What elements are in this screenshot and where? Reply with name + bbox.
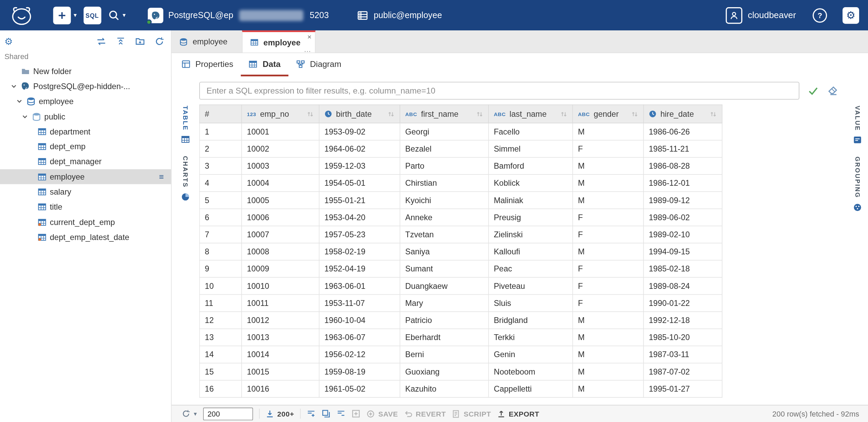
cell-hire_date[interactable]: 1992-12-18 <box>643 312 722 329</box>
cell-hire_date[interactable]: 1987-07-02 <box>643 363 722 380</box>
cell-first_name[interactable]: Anneke <box>400 209 488 226</box>
cell-gender[interactable]: M <box>573 123 643 140</box>
row-number[interactable]: 5 <box>200 192 242 209</box>
fetch-more-button[interactable]: 200+ <box>266 410 294 418</box>
duplicate-row-button[interactable] <box>322 409 331 418</box>
column-header-gender[interactable]: ABCgender <box>573 105 643 123</box>
cell-emp_no[interactable]: 10012 <box>242 312 319 329</box>
cell-emp_no[interactable]: 10008 <box>242 243 319 260</box>
row-limit-input[interactable] <box>203 407 253 420</box>
auto-refresh-button[interactable]: ▾ <box>181 409 197 418</box>
cell-hire_date[interactable]: 1989-02-10 <box>643 226 722 243</box>
cell-last_name[interactable]: Simmel <box>489 140 573 157</box>
tree-item-dept_manager[interactable]: dept_manager <box>0 154 171 169</box>
cell-last_name[interactable]: Preusig <box>489 209 573 226</box>
caret-expanded-icon[interactable] <box>10 84 17 89</box>
cell-emp_no[interactable]: 10005 <box>242 192 319 209</box>
cell-last_name[interactable]: Sluis <box>489 295 573 312</box>
row-number[interactable]: 12 <box>200 312 242 329</box>
cell-first_name[interactable]: Tzvetan <box>400 226 488 243</box>
cell-birth_date[interactable]: 1957-05-23 <box>319 226 400 243</box>
row-number-header[interactable]: # <box>200 105 242 123</box>
row-number[interactable]: 7 <box>200 226 242 243</box>
cell-last_name[interactable]: Genin <box>489 346 573 363</box>
cell-gender[interactable]: F <box>573 140 643 157</box>
row-number[interactable]: 11 <box>200 295 242 312</box>
tab-menu-dots-icon[interactable]: … <box>304 45 312 54</box>
cell-birth_date[interactable]: 1959-12-03 <box>319 157 400 174</box>
cell-last_name[interactable]: Koblick <box>489 174 573 192</box>
tree-item-dept_emp[interactable]: dept_emp <box>0 139 171 154</box>
sql-editor-button[interactable]: SQL <box>83 6 101 24</box>
column-header-last_name[interactable]: ABClast_name <box>489 105 573 123</box>
cell-last_name[interactable]: Bridgland <box>489 312 573 329</box>
cell-hire_date[interactable]: 1989-08-24 <box>643 277 722 294</box>
script-button[interactable]: SCRIPT <box>452 410 491 418</box>
cell-emp_no[interactable]: 10009 <box>242 260 319 277</box>
cell-emp_no[interactable]: 10001 <box>242 123 319 140</box>
cell-birth_date[interactable]: 1954-05-01 <box>319 174 400 192</box>
row-number[interactable]: 14 <box>200 346 242 363</box>
panel-tab-grouping[interactable]: GROUPING <box>853 157 862 212</box>
schema-selector[interactable]: public@employee <box>351 6 448 24</box>
cell-emp_no[interactable]: 10013 <box>242 329 319 346</box>
row-number[interactable]: 15 <box>200 363 242 380</box>
cell-birth_date[interactable]: 1960-10-04 <box>319 312 400 329</box>
tree-item-public[interactable]: public <box>0 109 171 124</box>
save-button[interactable]: SAVE <box>367 410 398 418</box>
cell-hire_date[interactable]: 1986-12-01 <box>643 174 722 192</box>
cell-last_name[interactable]: Facello <box>489 123 573 140</box>
user-menu[interactable]: cloudbeaver <box>725 7 796 24</box>
cell-first_name[interactable]: Bezalel <box>400 140 488 157</box>
revert-button[interactable]: REVERT <box>404 410 446 418</box>
cell-birth_date[interactable]: 1953-04-20 <box>319 209 400 226</box>
cell-first_name[interactable]: Eberhardt <box>400 329 488 346</box>
cell-emp_no[interactable]: 10004 <box>242 174 319 192</box>
cell-first_name[interactable]: Sumant <box>400 260 488 277</box>
add-row-button[interactable] <box>307 409 316 418</box>
caret-expanded-icon[interactable] <box>15 99 23 104</box>
tree-item-salary[interactable]: salary <box>0 184 171 199</box>
cell-emp_no[interactable]: 10011 <box>242 295 319 312</box>
tree-item-postgresql-ep-hidden--[interactable]: PostgreSQL@ep-hidden-... <box>0 79 171 94</box>
cell-birth_date[interactable]: 1964-06-02 <box>319 140 400 157</box>
cell-hire_date[interactable]: 1985-10-20 <box>643 329 722 346</box>
row-number[interactable]: 10 <box>200 277 242 294</box>
cell-last_name[interactable]: Piveteau <box>489 277 573 294</box>
revert-cell-button[interactable] <box>352 409 361 418</box>
cell-gender[interactable]: M <box>573 157 643 174</box>
sort-arrows-icon[interactable] <box>560 110 567 117</box>
cell-first_name[interactable]: Saniya <box>400 243 488 260</box>
sort-arrows-icon[interactable] <box>307 110 314 117</box>
cell-hire_date[interactable]: 1986-08-28 <box>643 157 722 174</box>
cell-hire_date[interactable]: 1990-01-22 <box>643 295 722 312</box>
cell-gender[interactable]: F <box>573 226 643 243</box>
cell-gender[interactable]: M <box>573 346 643 363</box>
row-number[interactable]: 8 <box>200 243 242 260</box>
row-number[interactable]: 4 <box>200 174 242 192</box>
tree-item-title[interactable]: title <box>0 199 171 214</box>
cell-birth_date[interactable]: 1963-06-07 <box>319 329 400 346</box>
cell-last_name[interactable]: Maliniak <box>489 192 573 209</box>
cell-hire_date[interactable]: 1985-02-18 <box>643 260 722 277</box>
cell-birth_date[interactable]: 1953-09-02 <box>319 123 400 140</box>
tab-properties[interactable]: Properties <box>174 53 241 76</box>
row-number[interactable]: 3 <box>200 157 242 174</box>
row-number[interactable]: 6 <box>200 209 242 226</box>
presentation-tab-table[interactable]: TABLE <box>181 106 190 144</box>
sort-arrows-icon[interactable] <box>631 110 638 117</box>
close-icon[interactable]: × <box>307 33 311 41</box>
export-button[interactable]: EXPORT <box>497 410 540 418</box>
cell-gender[interactable]: M <box>573 312 643 329</box>
add-folder-button[interactable] <box>135 37 145 46</box>
cell-last_name[interactable]: Cappelletti <box>489 380 573 397</box>
cell-gender[interactable]: F <box>573 295 643 312</box>
cell-hire_date[interactable]: 1986-06-26 <box>643 123 722 140</box>
cell-emp_no[interactable]: 10003 <box>242 157 319 174</box>
cell-gender[interactable]: M <box>573 174 643 192</box>
cell-gender[interactable]: M <box>573 329 643 346</box>
cell-last_name[interactable]: Zielinski <box>489 226 573 243</box>
delete-row-button[interactable] <box>337 409 345 418</box>
tree-item-employee[interactable]: employee <box>0 94 171 109</box>
column-header-birth_date[interactable]: birth_date <box>319 105 400 123</box>
